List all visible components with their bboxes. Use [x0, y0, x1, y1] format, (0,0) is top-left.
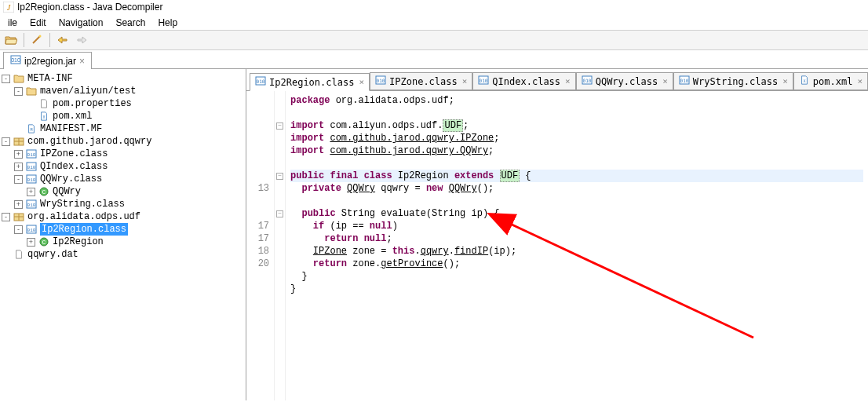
fold-icon[interactable]: − [276, 173, 283, 180]
expand-icon[interactable]: + [27, 188, 35, 196]
tree-label: MANIFEST.MF [40, 122, 102, 135]
tree-item[interactable]: -maven/aliyun/test [2, 85, 244, 97]
tab-label: IPZone.class [389, 76, 458, 87]
class-icon: 010 [25, 174, 38, 185]
menu-edit[interactable]: Edit [24, 16, 53, 30]
expand-icon[interactable]: - [14, 87, 23, 96]
svg-text:010: 010 [680, 78, 688, 83]
svg-text:X: X [42, 115, 45, 120]
svg-text:010: 010 [11, 57, 20, 63]
fold-icon[interactable]: − [276, 122, 283, 130]
editor-tab[interactable]: 010IPZone.class× [370, 72, 472, 90]
expand-icon[interactable]: + [27, 238, 35, 247]
expand-icon[interactable]: + [14, 163, 23, 171]
tree-item[interactable]: -META-INF [2, 72, 244, 85]
editor-tab[interactable]: 010QIndex.class× [472, 72, 575, 90]
editor-area: 010Ip2Region.class×010IPZone.class×010QI… [246, 69, 868, 400]
tree-item[interactable]: -010Ip2Region.class [2, 223, 244, 236]
tree-item[interactable]: +CQQWry [2, 185, 244, 198]
fold-column: −−− [275, 91, 286, 400]
menu-navigation[interactable]: Navigation [53, 16, 110, 30]
jar-icon: 010 [10, 55, 21, 67]
expand-icon[interactable]: - [14, 225, 23, 234]
jar-tab-bar: 010 ip2region.jar × [0, 50, 868, 69]
tree-item[interactable]: +010IPZone.class [2, 148, 244, 160]
close-icon[interactable]: × [662, 76, 668, 86]
expand-icon[interactable]: + [14, 200, 23, 209]
editor-body[interactable]: 1317171820 −−− package org.alidata.odps.… [246, 91, 868, 400]
expand-icon[interactable]: - [2, 75, 10, 83]
svg-point-3 [39, 35, 42, 38]
xml-icon: X [38, 111, 50, 122]
tab-label: QQWry.class [596, 76, 658, 87]
pkg-icon [13, 211, 25, 222]
tab-label: Ip2Region.class [269, 77, 354, 88]
tree-item[interactable]: qqwry.dat [2, 248, 244, 261]
svg-text:010: 010 [377, 78, 385, 83]
tree-item[interactable]: +010WryString.class [2, 198, 244, 210]
svg-line-2 [33, 36, 40, 43]
tree-label: pom.xml [53, 110, 92, 122]
class-icon: 010 [25, 199, 38, 210]
toolbar [0, 30, 868, 50]
tree-label: WryString.class [40, 198, 125, 210]
editor-tab[interactable]: Xpom.xml× [793, 72, 868, 90]
class-icon: 010 [255, 76, 266, 88]
tree-label: Ip2Region.class [40, 223, 128, 236]
fold-icon[interactable]: − [276, 210, 283, 217]
class-icon: 010 [25, 224, 38, 235]
title-bar: J Ip2Region.class - Java Decompiler [0, 0, 868, 14]
tree-label: qqwry.dat [27, 248, 78, 261]
expand-icon[interactable]: - [2, 137, 10, 146]
tree-item[interactable]: +CIp2Region [2, 236, 244, 248]
tree-item[interactable]: -010QQWry.class [2, 173, 244, 185]
expand-icon[interactable]: + [14, 150, 23, 159]
menu-help[interactable]: Help [151, 16, 184, 30]
class-icon: 010 [679, 75, 690, 87]
editor-tab[interactable]: 010Ip2Region.class× [250, 73, 370, 91]
tree-item[interactable]: MMANIFEST.MF [2, 122, 244, 135]
expand-icon[interactable]: - [14, 175, 23, 184]
svg-text:010: 010 [27, 165, 36, 170]
wand-icon[interactable] [29, 32, 45, 48]
expand-icon[interactable]: - [2, 213, 10, 221]
open-folder-icon[interactable] [3, 32, 19, 48]
file-icon [13, 249, 25, 260]
tree-item[interactable]: pom.properties [2, 97, 244, 110]
package-explorer[interactable]: -META-INF-maven/aliyun/testpom.propertie… [0, 69, 246, 400]
tab-label: WryString.class [693, 76, 778, 87]
tree-label: pom.properties [53, 97, 132, 110]
svg-text:010: 010 [27, 152, 36, 158]
close-icon[interactable]: × [782, 76, 788, 86]
svg-text:010: 010 [27, 177, 36, 183]
jar-tab[interactable]: 010 ip2region.jar × [3, 52, 92, 69]
folder-icon [25, 86, 38, 97]
back-icon[interactable] [55, 32, 71, 48]
close-icon[interactable]: × [565, 76, 571, 86]
editor-tabs: 010Ip2Region.class×010IPZone.class×010QI… [246, 72, 868, 91]
close-icon[interactable]: × [857, 76, 863, 86]
tree-label: QQWry.class [40, 173, 102, 185]
close-icon[interactable]: × [462, 76, 468, 86]
xml-icon: X [799, 75, 810, 87]
tree-label: Ip2Region [53, 236, 104, 248]
tree-item[interactable]: -org.alidata.odps.udf [2, 210, 244, 223]
forward-icon[interactable] [74, 32, 89, 48]
menu-search[interactable]: Search [109, 16, 151, 30]
svg-text:010: 010 [27, 228, 36, 233]
editor-tab[interactable]: 010QQWry.class× [576, 72, 673, 90]
tree-item[interactable]: +010QIndex.class [2, 160, 244, 173]
menu-file[interactable]: ile [2, 16, 24, 30]
cls-g-icon: C [38, 186, 50, 197]
close-icon[interactable]: × [359, 77, 364, 87]
svg-text:C: C [42, 188, 46, 196]
svg-text:010: 010 [27, 203, 36, 208]
tree-item[interactable]: Xpom.xml [2, 110, 244, 122]
editor-tab[interactable]: 010WryString.class× [673, 72, 793, 90]
tree-item[interactable]: -com.github.jarod.qqwry [2, 135, 244, 148]
class-icon: 010 [478, 75, 489, 87]
pkg-icon [13, 136, 25, 147]
svg-text:010: 010 [480, 78, 488, 83]
close-icon[interactable]: × [79, 56, 85, 67]
tree-label: QIndex.class [40, 160, 108, 173]
